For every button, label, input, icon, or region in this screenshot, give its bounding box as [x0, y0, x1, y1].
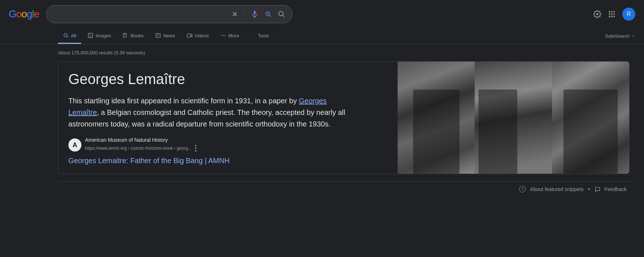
svg-rect-9 — [609, 16, 610, 17]
footer-bar: ? About featured snippets • Feedback — [58, 181, 635, 197]
image-figure-3 — [564, 90, 618, 174]
svg-rect-11 — [614, 16, 615, 17]
search-bar[interactable]: Who proposed the big bang theory? | — [46, 5, 292, 23]
svg-rect-6 — [609, 13, 610, 15]
nav-item-all[interactable]: All — [58, 28, 81, 44]
svg-rect-8 — [614, 13, 615, 15]
nav-item-images[interactable]: Images — [82, 28, 116, 44]
safesearch-button[interactable]: SafeSearch — [605, 33, 635, 39]
snippet-body: This startling idea first appeared in sc… — [68, 95, 358, 130]
svg-rect-16 — [156, 34, 160, 38]
image-figure-2 — [479, 90, 517, 174]
gear-icon — [593, 10, 601, 18]
settings-button[interactable] — [593, 10, 601, 18]
mic-icon — [251, 10, 259, 18]
nav-item-more[interactable]: More — [215, 28, 244, 44]
svg-rect-3 — [609, 11, 610, 13]
google-logo[interactable]: Google — [9, 8, 39, 20]
logo-letter-e: e — [34, 8, 39, 20]
nav-tools-button[interactable]: Tools — [253, 29, 274, 44]
header: Google Who proposed the big bang theory?… — [0, 0, 644, 28]
clear-search-icon[interactable] — [231, 11, 238, 18]
grid-icon — [608, 10, 616, 18]
source-menu-button[interactable] — [194, 144, 198, 153]
search-input[interactable]: Who proposed the big bang theory? — [52, 11, 228, 17]
source-info: American Museum of Natural History https… — [85, 137, 198, 153]
lens-icon — [264, 10, 272, 18]
logo-letter-o1: o — [16, 8, 22, 20]
logo-letter-g2: g — [27, 8, 32, 20]
nav-item-news[interactable]: News — [150, 28, 180, 44]
apps-button[interactable] — [608, 10, 616, 18]
svg-rect-10 — [611, 16, 613, 17]
snippet-images — [398, 62, 629, 174]
books-nav-icon — [123, 33, 128, 38]
main-content: About 175,000,000 results (0.39 seconds)… — [0, 44, 644, 206]
voice-search-button[interactable] — [250, 9, 259, 19]
search-button[interactable] — [277, 9, 286, 19]
search-icon — [277, 10, 285, 18]
image-figure-1 — [413, 90, 459, 174]
svg-point-14 — [89, 34, 90, 35]
source-url-text: https://www.amnh.org › cosmic-horizons-b… — [85, 146, 191, 151]
svg-rect-17 — [187, 34, 190, 37]
feedback-link[interactable]: Feedback — [605, 186, 627, 192]
chevron-down-icon — [631, 34, 635, 38]
featured-snippet: Georges Lemaître This startling idea fir… — [58, 61, 630, 174]
avatar[interactable]: R — [622, 8, 635, 21]
svg-rect-4 — [611, 11, 613, 13]
nav-item-videos[interactable]: Videos — [182, 28, 214, 44]
svg-point-19 — [223, 35, 224, 36]
footer-separator: • — [588, 186, 590, 192]
snippet-body-after: , a Belgian cosmologist and Catholic pri… — [68, 108, 345, 128]
more-dots-icon — [220, 33, 226, 38]
videos-nav-icon — [187, 33, 192, 38]
nav-bar: All Images Books News Videos — [0, 28, 644, 44]
about-snippets-link[interactable]: About featured snippets — [530, 186, 584, 192]
feedback-icon — [594, 186, 600, 192]
news-nav-icon — [155, 33, 161, 38]
snippet-image-3[interactable] — [552, 62, 629, 174]
source-url-row: https://www.amnh.org › cosmic-horizons-b… — [85, 144, 198, 153]
search-nav-icon — [63, 33, 69, 38]
svg-rect-7 — [611, 13, 613, 15]
source-name: American Museum of Natural History — [85, 137, 198, 143]
help-icon: ? — [519, 186, 526, 192]
svg-rect-5 — [614, 11, 615, 13]
results-count: About 175,000,000 results (0.39 seconds) — [58, 50, 635, 55]
snippet-source: A American Museum of Natural History htt… — [68, 137, 387, 153]
svg-rect-0 — [254, 11, 256, 14]
svg-point-18 — [221, 35, 222, 36]
logo-letter-g: G — [9, 8, 16, 20]
logo-letter-o2: o — [21, 8, 27, 20]
snippet-title: Georges Lemaître — [68, 70, 387, 88]
source-avatar: A — [68, 138, 81, 152]
source-result-link[interactable]: Georges Lemaitre: Father of the Big Bang… — [68, 157, 387, 165]
svg-point-20 — [225, 35, 226, 36]
nav-item-books[interactable]: Books — [118, 28, 149, 44]
snippet-image-2[interactable] — [475, 62, 552, 174]
images-nav-icon — [88, 33, 93, 38]
snippet-text-area: Georges Lemaître This startling idea fir… — [58, 62, 398, 174]
visual-search-button[interactable] — [263, 9, 273, 19]
snippet-body-before: This startling idea first appeared in sc… — [68, 97, 299, 105]
snippet-image-1[interactable] — [398, 62, 475, 174]
header-right: R — [593, 8, 635, 21]
